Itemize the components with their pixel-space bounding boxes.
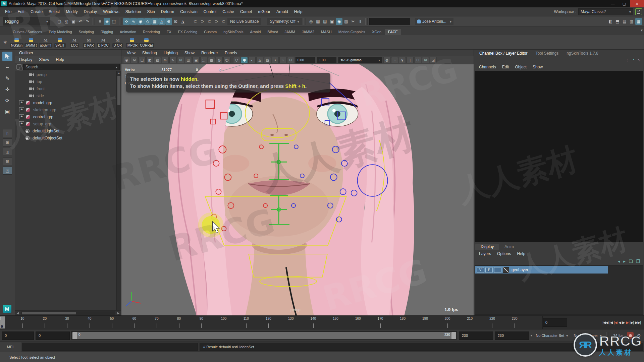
command-input[interactable] [22,343,198,351]
channel-box-empty-area[interactable] [475,71,643,242]
hypershade-layout[interactable]: ◰ [3,167,12,175]
symmetry-dropdown[interactable]: Symmetry: Off [267,18,302,25]
shelf-button[interactable]: IMPOR [125,37,139,48]
outliner-item[interactable]: defaultLightSet [15,127,121,134]
new-scene-icon[interactable]: ▢ [56,18,63,25]
shelf-button[interactable]: CORRE( [140,37,153,48]
viewport-menu-item[interactable]: View [123,51,139,55]
shaded-icon[interactable]: ⬢ [241,57,248,63]
new-empty-layer-icon[interactable]: ❏ [629,259,633,264]
menu-item[interactable]: Control [201,9,220,14]
fps-dropdown[interactable]: 24 fps [611,332,625,340]
layer-display-type-toggle[interactable] [494,267,501,273]
outliner-menu-item[interactable]: Display [16,57,36,62]
field-chart-icon[interactable]: ▩ [208,57,215,63]
outliner-filter-icon[interactable] [16,64,22,70]
shelf-tab[interactable]: FX [163,29,175,35]
range-start-handle[interactable] [72,332,77,339]
viewport-menu-item[interactable]: Show [181,51,198,55]
scale-tool[interactable]: ▣ [2,107,12,116]
title-bar[interactable]: M Autodesk Maya 2018: C:\Users\JAMM\Goog… [0,0,644,7]
select-camera-icon[interactable]: ◉ [123,57,130,63]
2d-pan-zoom-icon[interactable]: ⊕ [162,57,169,63]
textured-icon[interactable]: ◐ [249,57,256,63]
shelf-button[interactable]: SPLIT [53,37,67,48]
range-end-handle[interactable] [451,332,456,339]
menu-item[interactable]: Constrain [177,9,200,14]
shelf-popup-icon[interactable]: ✱ [3,40,7,45]
snap-projected-center-icon[interactable]: ◇ [144,18,151,25]
menuset-dropdown[interactable]: Rigging [3,17,50,25]
shelf-options-icon[interactable]: ▾ [641,28,643,33]
shelf-button[interactable]: M D PAR [82,37,96,48]
speed-state-icon[interactable]: ◔ [632,58,635,62]
layer-visibility-toggle[interactable]: V [477,267,484,273]
outliner-horizontal-scrollbar[interactable]: ◀ ▶ [15,310,121,315]
move-tool[interactable]: ✛ [2,85,12,94]
scrollbar-handle[interactable] [22,312,76,314]
live-surface-field[interactable]: No Live Surface [227,18,261,25]
scrollbar-handle[interactable] [117,76,120,105]
outliner-item[interactable]: front [15,85,121,92]
new-layer-from-selected-icon[interactable]: ❐ [636,259,640,264]
resolution-gate-icon[interactable]: ▣ [193,57,200,63]
outliner-item[interactable]: setup_grp [15,120,121,127]
move-layer-down-icon[interactable]: ▸ [623,259,626,264]
grease-pencil-icon[interactable]: ✎ [169,57,176,63]
outliner-vertical-scrollbar[interactable]: ▲ [116,71,121,310]
shelf-tab[interactable]: Animation [116,29,140,35]
menu-item[interactable]: Select [46,9,63,14]
ipr-render-icon[interactable]: ▤ [322,18,328,25]
history-toggle-icon[interactable]: ⊃ [213,18,220,25]
anim-layer-dropdown[interactable]: No Anim Layer [572,332,603,340]
user-account-dropdown[interactable]: Jose Antoni... [415,18,453,25]
divider[interactable] [52,18,54,25]
snap-curve-icon[interactable]: ∿ [130,18,137,25]
gate-mask-icon[interactable]: ⬚ [200,57,207,63]
view-transform-dropdown[interactable]: sRGB gamma [338,57,382,63]
animation-end-field[interactable]: 230 [495,331,529,340]
shelf-button[interactable]: M abSymf [39,37,52,48]
divider[interactable] [365,18,368,25]
range-options-caret-icon[interactable]: ▾ [531,334,532,337]
viewport-menu-item[interactable]: Panels [221,51,240,55]
layer-editor-tab[interactable]: Anim [499,244,519,250]
play-forwards-button[interactable]: ▶ [622,320,625,325]
undo-icon[interactable]: ↶ [77,18,84,25]
divider[interactable] [263,18,265,25]
open-render-view-icon[interactable]: ◎ [308,18,314,25]
xray-icon[interactable]: ◔ [391,57,398,63]
shelf-tab[interactable]: ngSkinTools [220,29,247,35]
workspace-dropdown[interactable]: Maya Classic* [578,8,633,15]
redo-icon[interactable]: ↷ [84,18,91,25]
divider[interactable] [304,18,306,25]
make-live-icon[interactable]: ◬ [158,18,165,25]
hik-character-icon[interactable]: ⬒ [614,18,621,25]
shelf-tab[interactable]: JAMM [281,29,299,35]
xray-joints-icon[interactable]: ⚲ [399,57,406,63]
shelf-tab[interactable]: Rendering [140,29,163,35]
scroll-left-icon[interactable]: ◀ [15,311,20,315]
play-backwards-button[interactable]: ◀ [619,320,621,325]
separator-icon[interactable]: ❘ [407,57,414,63]
shelf-button[interactable]: M D POC [97,37,110,48]
shelf-button[interactable]: NGSkin [10,37,23,48]
lock-selection-icon[interactable]: ⊠ [172,18,179,25]
layer-playback-toggle[interactable]: P [485,267,493,273]
screen-space-ao-icon[interactable]: ✦ [272,57,279,63]
use-all-lights-icon[interactable]: ◬ [256,57,263,63]
select-component-icon[interactable]: ⬚ [111,18,117,25]
panel-tab[interactable]: Tool Settings [531,51,562,56]
viewport-menu-item[interactable]: Lighting [160,51,181,55]
channel-box-menu-item[interactable]: Edit [499,65,512,69]
highlight-selection-icon[interactable]: ◮ [179,18,186,25]
step-forward-key-button[interactable]: ▶| [626,320,629,325]
tool-settings-icon[interactable]: ▥ [628,18,635,25]
attribute-editor-icon[interactable]: ▤ [621,18,628,25]
safe-title-icon[interactable]: Ⓣ [223,57,230,63]
divider[interactable] [119,18,121,25]
pause-viewport-icon[interactable]: ‖ [357,18,364,25]
shelf-button[interactable]: M D OR [111,37,124,48]
menu-item[interactable]: Deform [158,9,177,14]
step-back-key-button[interactable]: |◀ [614,320,617,325]
